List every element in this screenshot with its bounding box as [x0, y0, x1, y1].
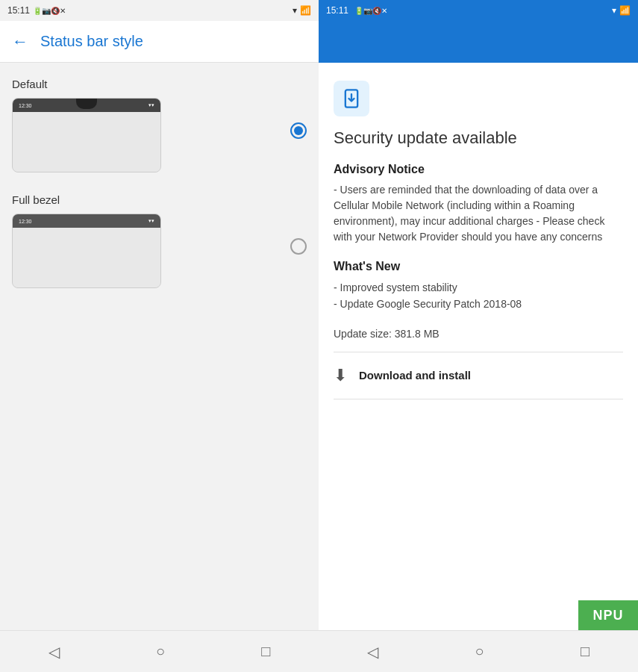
whats-new-body: - Improved system stability - Update Goo…: [334, 279, 623, 313]
right-nav-home[interactable]: ○: [475, 643, 484, 660]
right-status-icons-extra: 🔋📷🔇✕: [354, 7, 387, 15]
left-signal-icon: 📶: [300, 5, 311, 16]
left-panel: 15:11 🔋📷🔇✕ ▾ 📶 ← Status bar style Defaul…: [0, 0, 319, 672]
left-nav-recents[interactable]: □: [261, 643, 270, 660]
right-status-right: ▾ 📶: [612, 5, 631, 16]
left-status-icons-extra: 🔋📷🔇✕: [33, 7, 66, 15]
page-title: Status bar style: [40, 33, 143, 50]
npu-badge: NPU: [578, 600, 638, 630]
advisory-title: Advisory Notice: [334, 163, 623, 176]
left-status-time-area: 15:11 🔋📷🔇✕: [7, 5, 66, 16]
update-size: Update size: 381.8 MB: [334, 328, 623, 340]
back-button[interactable]: ←: [12, 32, 28, 52]
right-nav-recents[interactable]: □: [581, 643, 589, 660]
option-default-content: Default 12:30 ▾▾: [12, 78, 283, 175]
right-nav-back[interactable]: ◁: [367, 643, 378, 661]
phone-preview-default: 12:30 ▾▾: [12, 98, 161, 172]
phone-preview-bezel: 12:30 ▾▾: [12, 214, 161, 288]
left-status-right: ▾ 📶: [293, 5, 311, 16]
left-status-bar: 15:11 🔋📷🔇✕ ▾ 📶: [0, 0, 319, 21]
preview-icons-default: ▾▾: [148, 102, 154, 108]
phone-notch: [76, 99, 97, 109]
download-phone-icon: [341, 88, 362, 109]
download-install-row[interactable]: ⬇ Download and install: [334, 352, 623, 399]
preview-time-bezel: 12:30: [19, 219, 32, 224]
right-status-time: 15:11: [326, 5, 348, 16]
right-app-bar: [319, 21, 638, 63]
download-install-label: Download and install: [359, 369, 471, 382]
left-nav-back[interactable]: ◁: [49, 643, 60, 661]
preview-time-default: 12:30: [19, 103, 32, 108]
option-bezel-label: Full bezel: [12, 193, 283, 206]
left-bottom-nav: ◁ ○ □: [0, 630, 319, 672]
left-content: Default 12:30 ▾▾: [0, 63, 319, 630]
option-bezel-content: Full bezel 12:30 ▾▾: [12, 193, 283, 291]
whats-new-title: What's New: [334, 260, 623, 273]
left-status-time: 15:11: [7, 5, 30, 16]
phone-screen-bezel: [13, 228, 160, 287]
update-title: Security update available: [334, 128, 623, 148]
update-icon-box: [334, 81, 369, 116]
download-arrow-icon: ⬇: [334, 366, 347, 385]
phone-screen-default: [13, 112, 160, 172]
left-app-bar: ← Status bar style: [0, 21, 319, 63]
right-panel: 15:11 🔋📷🔇✕ ▾ 📶 Security update available…: [319, 0, 638, 672]
right-wifi-icon: ▾: [612, 5, 616, 16]
right-status-left: 15:11 🔋📷🔇✕: [326, 5, 387, 16]
radio-bezel[interactable]: [290, 238, 307, 255]
right-content: Security update available Advisory Notic…: [319, 63, 638, 630]
right-bottom-nav: ◁ ○ □: [319, 630, 638, 672]
radio-default[interactable]: [290, 122, 307, 139]
right-status-bar: 15:11 🔋📷🔇✕ ▾ 📶: [319, 0, 638, 21]
right-signal-icon: 📶: [619, 5, 631, 16]
left-nav-home[interactable]: ○: [156, 643, 165, 660]
option-bezel-row[interactable]: Full bezel 12:30 ▾▾: [12, 193, 307, 291]
option-default-label: Default: [12, 78, 283, 90]
option-default-row[interactable]: Default 12:30 ▾▾: [12, 78, 307, 175]
preview-icons-bezel: ▾▾: [148, 218, 154, 224]
advisory-body: - Users are reminded that the downloadin…: [334, 182, 623, 245]
left-wifi-icon: ▾: [293, 5, 297, 16]
